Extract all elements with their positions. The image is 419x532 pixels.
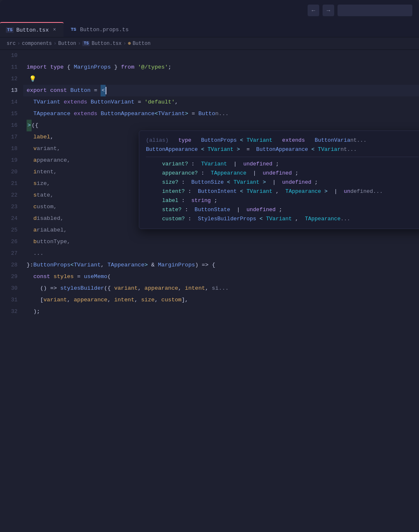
token-const: const: [50, 85, 67, 96]
line-num-29: 29: [0, 271, 23, 283]
prop-lt-size: <: [227, 179, 230, 185]
code-line-29: const styles = useMemo (: [23, 271, 419, 283]
code-content[interactable]: import type { MarginProps } from '@/type…: [23, 50, 419, 532]
tooltip-lt3: <: [311, 146, 315, 153]
search-bar[interactable]: [338, 5, 412, 16]
token-gt2: >: [145, 259, 148, 271]
token-extends2: extends: [74, 108, 97, 120]
line-num-30: 30: [0, 283, 23, 294]
code-line-28: }: ButtonProps < TVariant , TAppearance …: [23, 259, 419, 271]
tooltip-buttonvaria: ButtonVaria: [315, 137, 350, 143]
tooltip-buttonappearance3: ButtonAppearance: [256, 146, 308, 153]
prop-type-intent: ButtonIntent: [198, 188, 237, 195]
token-tvariant3: TVariant: [74, 259, 101, 271]
tooltip-prop-appearance: appearance? : TAppearance | undefined ;: [146, 169, 419, 178]
tooltip-line-1: (alias) type ButtonProps < TVariant exte…: [146, 136, 419, 145]
tab-button-props[interactable]: TS Button.props.ts: [64, 22, 134, 37]
prop-type-custom: StylesBuilderProps: [198, 216, 256, 222]
prop-name-variant: variant?: [162, 161, 188, 167]
breadcrumb: src › components › Button › TS Button.ts…: [0, 37, 419, 50]
tab-close-button[interactable]: ×: [51, 27, 58, 33]
line-num-11: 11: [0, 62, 23, 73]
prop-lt-intent: <: [240, 188, 243, 195]
token-appearance4: appearance: [74, 294, 107, 306]
prop-type-size: ButtonSize: [191, 179, 224, 185]
breadcrumb-sep: ›: [78, 41, 81, 47]
token-variant3: variant: [114, 283, 138, 294]
text-cursor: [106, 87, 106, 94]
line-num-32: 32: [0, 306, 23, 318]
line-num-10: 10: [0, 50, 23, 62]
tooltip-lt: <: [240, 137, 243, 143]
prop-type-state: ButtonState: [195, 207, 230, 213]
prop-name-state: state?: [162, 207, 182, 213]
prop-tappearance-intent: TAppearance: [286, 188, 321, 195]
token-lt: <: [155, 108, 158, 120]
tooltip-content: (alias) type ButtonProps < TVariant exte…: [139, 131, 419, 229]
token-gt: >: [185, 108, 188, 120]
code-line-26: buttonType,: [23, 236, 419, 248]
token-size4: size: [141, 294, 154, 306]
token-c: c: [33, 201, 37, 213]
tabs-bar: TS Button.tsx × TS Button.props.ts: [0, 21, 419, 37]
prop-gt-intent: >: [324, 188, 328, 195]
tooltip-prop-custom: custom? : StylesBuilderProps < TVariant …: [146, 214, 419, 224]
title-bar: ← →: [0, 0, 419, 21]
line-num-23: 23: [0, 201, 23, 213]
back-button[interactable]: ←: [308, 5, 319, 16]
token-intent4: intent: [114, 294, 135, 306]
code-line-31: [ variant , appearance , intent , size ,…: [23, 294, 419, 306]
token-buttonappearance: ButtonAppearance: [101, 108, 155, 120]
tooltip-buttonappearance2: ButtonAppearance: [146, 146, 198, 153]
line-num-21: 21: [0, 178, 23, 190]
line-num-15: 15: [0, 108, 23, 120]
line-num-20: 20: [0, 166, 23, 178]
prop-name-label: label: [162, 197, 178, 204]
code-line-32: );: [23, 306, 419, 318]
prop-name-appearance: appearance?: [162, 170, 198, 176]
tab-label: Button.props.ts: [80, 27, 128, 33]
tooltip-alias-label: (alias): [146, 137, 169, 143]
type-tooltip-popup: (alias) type ButtonProps < TVariant exte…: [139, 131, 419, 229]
forward-button[interactable]: →: [323, 5, 334, 16]
breadcrumb-button: Button: [58, 41, 76, 47]
line-num-16: 16: [0, 120, 23, 131]
token-buttonprops: ButtonProps: [33, 259, 70, 271]
prop-name-custom: custom?: [162, 216, 185, 222]
prop-type-label: string: [191, 197, 211, 204]
breadcrumb-sep: ›: [123, 41, 126, 47]
tooltip-buttonprops-name: ButtonProps: [201, 137, 237, 143]
token-label: label: [33, 131, 50, 143]
tooltip-tvariar: TVariar: [318, 146, 341, 153]
editor-window: ← → TS Button.tsx × TS Button.props.ts s…: [0, 0, 419, 532]
prop-tvariant-intent: TVariant: [246, 188, 272, 195]
code-line-27: ...: [23, 248, 419, 259]
prop-undefined-appearance: undefined: [263, 170, 292, 176]
code-line-13: export const Button = <: [23, 85, 419, 96]
tooltip-prop-variant: variant? : TVariant | undefined ;: [146, 160, 419, 169]
tooltip-prop-state: state? : ButtonState | undefined ;: [146, 205, 419, 214]
token-import: import: [27, 62, 47, 73]
breadcrumb-file: Button.tsx: [91, 41, 121, 47]
code-line-12: 💡: [23, 73, 419, 85]
prop-tvariant-custom: TVariant: [266, 216, 292, 222]
tooltip-type-kw: type: [178, 137, 191, 143]
token-cursor-char: <: [101, 85, 106, 96]
lightbulb-icon: 💡: [29, 73, 36, 85]
line-numbers: 10 11 12 13 14 15 16 17 18 19 20 21 22 2…: [0, 50, 23, 532]
token-button-abbrev: Butto: [198, 108, 215, 120]
prop-undefined-variant: undefined: [243, 161, 272, 167]
breadcrumb-src: src: [7, 41, 16, 47]
token-custom4: custom: [161, 294, 182, 306]
tab-button-tsx[interactable]: TS Button.tsx ×: [0, 22, 64, 37]
tooltip-extends-kw: extends: [282, 137, 305, 143]
line-num-25: 25: [0, 224, 23, 236]
token-d: d: [33, 213, 37, 224]
token-gt-paren: >: [27, 120, 32, 131]
breadcrumb-symbol: Button: [133, 41, 150, 47]
code-line-16: > ({: [23, 120, 419, 131]
code-line-30: () => stylesBuilder ({ variant , appeara…: [23, 283, 419, 294]
prop-gt-size: >: [263, 179, 266, 185]
token-from: from: [121, 62, 134, 73]
token-export: export: [27, 85, 47, 96]
